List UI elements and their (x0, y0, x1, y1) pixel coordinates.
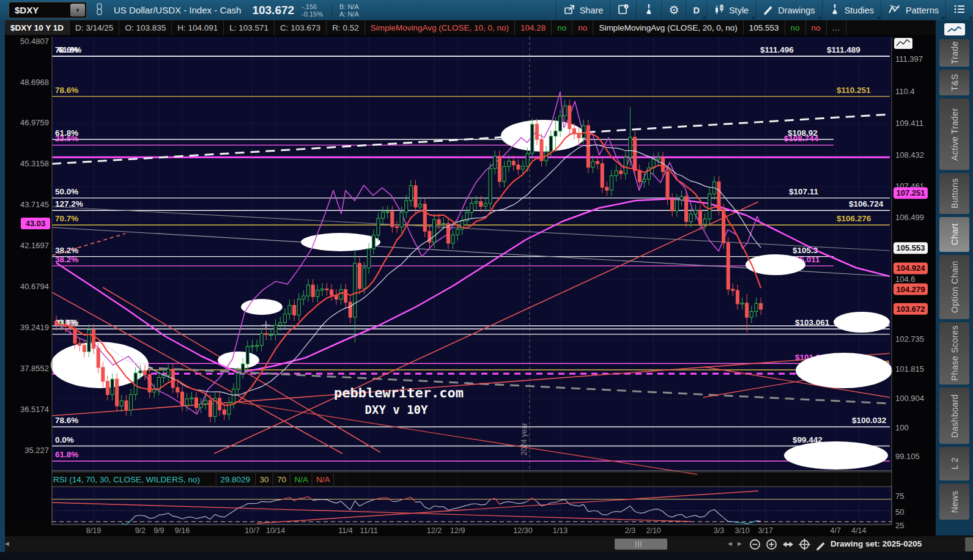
Studies-button[interactable]: Studies (822, 0, 881, 20)
ohlc-cell: no (572, 20, 593, 35)
sidebar-tab-t-s[interactable]: T&S (939, 70, 969, 95)
svg-text:9/9: 9/9 (154, 526, 164, 535)
ohlc-cell: H: 104.091 (172, 20, 224, 35)
share-icon (563, 3, 575, 17)
svg-text:$106.724: $106.724 (849, 199, 884, 208)
svg-text:N/A: N/A (316, 475, 330, 484)
ohlc-cell: no (806, 20, 827, 35)
sidebar-tab-active-trader[interactable]: Active Trader (939, 98, 969, 170)
Style-button[interactable]: Style (706, 0, 755, 20)
symbol-input[interactable]: $DXY ▼ (9, 2, 87, 18)
svg-text:36.5174: 36.5174 (20, 405, 49, 414)
svg-text:0.0%: 0.0% (55, 435, 74, 444)
svg-text:101.815: 101.815 (895, 364, 924, 374)
ohlc-cell: SimpleMovingAvg (CLOSE, 20, 0, no) (593, 20, 743, 35)
svg-text:43.7145: 43.7145 (20, 200, 49, 209)
right-sidebar: TradeT&SActive TraderButtonsChartOption … (936, 20, 973, 536)
svg-text:105.553: 105.553 (897, 243, 925, 252)
gear-button[interactable]: ⚙ (661, 0, 686, 20)
svg-text:75: 75 (895, 492, 904, 501)
svg-text:DXY v 10Y: DXY v 10Y (365, 403, 429, 416)
pan-right-icon[interactable]: ► (736, 540, 743, 547)
bottom-toolbar: ◄ ◄ ► Drawing set: 2025-0205 (0, 536, 973, 553)
svg-text:3/17: 3/17 (758, 526, 773, 535)
pencil-icon (763, 3, 774, 17)
instrument-description: US Dollar/USDX - Index - Cash (114, 5, 241, 15)
svg-text:$100.032: $100.032 (852, 416, 886, 425)
time-scrollbar[interactable] (615, 539, 667, 550)
Share-button[interactable]: Share (556, 0, 610, 20)
svg-text:$103.061: $103.061 (795, 318, 830, 327)
svg-text:$111.489: $111.489 (827, 45, 860, 54)
svg-text:23.6%: 23.6% (55, 134, 78, 143)
svg-text:106.499: 106.499 (895, 213, 924, 222)
note-button[interactable]: i (610, 0, 636, 20)
sidebar-tab-buttons[interactable]: Buttons (939, 173, 969, 214)
expand-horizontal-icon[interactable] (782, 538, 794, 551)
ohlc-cell: SimpleMovingAvg (CLOSE, 10, 0, no) (365, 20, 515, 35)
gear-icon: ⚙ (668, 4, 679, 16)
svg-text:108.432: 108.432 (895, 150, 924, 160)
gadget-chart-icon[interactable] (944, 23, 965, 35)
svg-text:70.7%: 70.7% (55, 214, 78, 223)
zoom-in-icon[interactable] (765, 538, 778, 551)
Patterns-button[interactable]: Patterns (881, 0, 945, 20)
pattern-icon (888, 3, 901, 17)
sidebar-tab-option-chain[interactable]: Option Chain (939, 255, 969, 319)
link-icon[interactable] (94, 2, 104, 18)
ohlc-cell: no (785, 20, 806, 35)
svg-text:11/11: 11/11 (360, 526, 377, 535)
svg-text:$107.11: $107.11 (789, 187, 819, 196)
sidebar-tab-phase-scores[interactable]: Phase Scores (939, 322, 969, 385)
svg-text:102.735: 102.735 (895, 334, 924, 344)
svg-text:3/3: 3/3 (714, 526, 724, 535)
menu-icon (953, 3, 966, 17)
sidebar-tab-chart[interactable]: Chart (939, 217, 969, 252)
svg-text:12/2: 12/2 (427, 526, 442, 535)
year-divider-label: 2024 year (520, 423, 528, 455)
svg-text:$106.276: $106.276 (837, 214, 871, 223)
svg-text:30: 30 (260, 475, 269, 484)
svg-text:100: 100 (895, 423, 909, 432)
menu-button[interactable] (945, 0, 973, 20)
svg-text:99.105: 99.105 (895, 452, 920, 461)
ohlc-cell: $DXY 10 Y 1D (5, 20, 70, 35)
pencil-icon[interactable] (815, 538, 827, 551)
ohlc-cell: D: 3/14/25 (70, 20, 119, 35)
D-button[interactable]: D (686, 0, 706, 20)
drawing-set-button[interactable]: Drawing set: 2025-0205 (831, 539, 922, 548)
caret-icon (876, 16, 879, 19)
zoom-out-icon[interactable] (749, 538, 761, 551)
svg-text:104.279: 104.279 (897, 285, 925, 294)
flask-button[interactable] (636, 0, 661, 20)
svg-text:100.904: 100.904 (895, 394, 924, 403)
svg-text:2/10: 2/10 (646, 526, 660, 535)
crosshair-icon[interactable] (798, 538, 811, 551)
pan-left-icon[interactable]: ◄ (727, 540, 733, 547)
svg-text:39.2419: 39.2419 (20, 323, 49, 332)
svg-text:8/19: 8/19 (86, 526, 101, 535)
trading-app-window: $DXY ▼ US Dollar/USDX - Index - Cash 103… (0, 0, 973, 560)
caret-icon (941, 16, 944, 19)
svg-text:$110.251: $110.251 (837, 86, 871, 95)
svg-text:46.9759: 46.9759 (20, 118, 49, 127)
sidebar-tab-l-2[interactable]: L 2 (939, 447, 969, 481)
ohlc-cell: … (827, 20, 847, 35)
last-price: 103.672 (252, 4, 294, 17)
sidebar-tab-dashboard[interactable]: Dashboard (939, 388, 969, 444)
svg-text:110.4: 110.4 (895, 87, 915, 96)
svg-text:12/30: 12/30 (513, 526, 532, 535)
Drawings-button[interactable]: Drawings (755, 0, 821, 20)
symbol-dropdown-button[interactable]: ▼ (70, 4, 85, 17)
price-chart[interactable]: 2024 year78.6%61.8%$111.496$111.48978.6%… (0, 35, 936, 536)
svg-text:109.411: 109.411 (895, 119, 923, 128)
svg-text:4/7: 4/7 (831, 526, 841, 535)
svg-text:9/2: 9/2 (135, 526, 146, 535)
ohlc-cell: 105.553 (744, 20, 785, 35)
svg-text:29.8029: 29.8029 (220, 475, 250, 484)
window-left-edge (0, 20, 5, 552)
chart-status-header: $DXY 10 Y 1DD: 3/14/25O: 103.835H: 104.0… (5, 20, 936, 35)
sidebar-tab-trade[interactable]: Trade (939, 39, 969, 67)
ohlc-cell: R: 0.52 (327, 20, 365, 35)
sidebar-tab-news[interactable]: News (939, 484, 969, 520)
